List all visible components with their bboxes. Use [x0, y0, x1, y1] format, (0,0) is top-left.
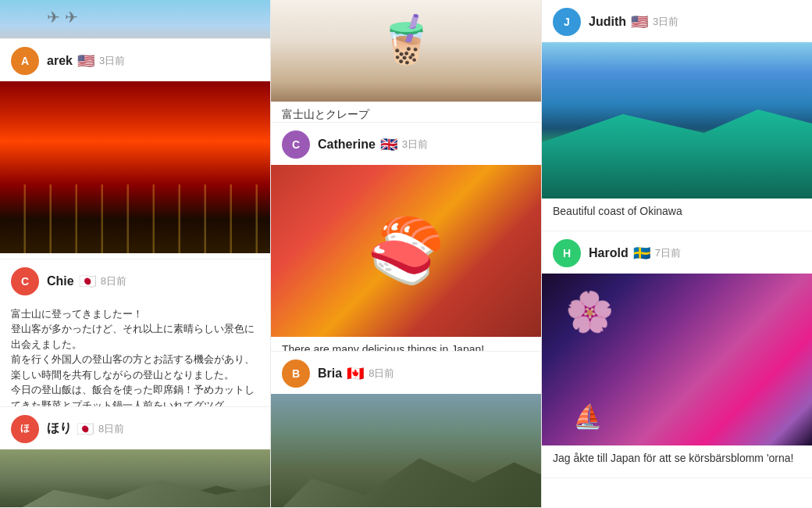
right-column: J Judith 🇺🇸 3日前 Beautiful coast of Okina… [542, 0, 812, 508]
username-judith: Judith [589, 15, 626, 29]
time-chie: 8日前 [101, 274, 126, 288]
avatar-judith: J [553, 8, 581, 36]
user-info-arek: arek 🇺🇸 3日前 [47, 52, 259, 70]
username-hori: ほり [47, 420, 72, 437]
card-bria: B Bria 🇨🇦 8日前 [271, 352, 541, 508]
time-arek: 3日前 [99, 54, 125, 68]
flag-bria: 🇨🇦 [347, 365, 364, 382]
avatar-arek: A [11, 47, 39, 75]
title-bubbletea: 富士山とクレープ [271, 102, 541, 123]
sakura-image [542, 274, 812, 445]
avatar-harold: H [553, 239, 581, 267]
okinawa-image [542, 42, 812, 199]
user-row-catherine: C Catherine 🇬🇧 3日前 [271, 123, 541, 165]
card-arek: A arek 🇺🇸 3日前 Kyoto was wonderfully beau… [0, 39, 270, 259]
user-info-judith: Judith 🇺🇸 3日前 [589, 13, 801, 30]
username-arek: arek [47, 54, 73, 68]
sashimi-image [271, 165, 541, 337]
text-arek: Kyoto was wonderfully beautiful!! [0, 253, 270, 259]
user-row-harold: H Harold 🇸🇪 7日前 [542, 231, 812, 274]
username-chie: Chie [47, 274, 74, 288]
flag-arek: 🇺🇸 [77, 52, 94, 70]
card-harold: H Harold 🇸🇪 7日前 Jag åkte till Japan för … [542, 231, 812, 478]
user-info-chie: Chie 🇯🇵 8日前 [47, 273, 259, 290]
planes-image [0, 0, 270, 39]
user-row-chie: C Chie 🇯🇵 8日前 [0, 259, 270, 302]
flag-harold: 🇸🇪 [633, 245, 650, 262]
avatar-catherine: C [282, 131, 310, 159]
user-row-hori: ほ ほり 🇯🇵 8日前 [0, 407, 270, 449]
user-info-catherine: Catherine 🇬🇧 3日前 [318, 136, 530, 153]
user-info-harold: Harold 🇸🇪 7日前 [589, 245, 801, 262]
card-planes [0, 0, 270, 39]
username-bria: Bria [318, 367, 342, 381]
flag-chie: 🇯🇵 [79, 273, 96, 290]
time-catherine: 3日前 [402, 138, 428, 152]
avatar-chie: C [11, 267, 39, 295]
text-harold: Jag åkte till Japan för att se körsbärsb… [542, 445, 812, 478]
mountain-image-hori [0, 449, 270, 508]
bubbletea-image [271, 0, 541, 102]
flag-hori: 🇯🇵 [77, 420, 94, 438]
card-bubbletea: 富士山とクレープ [271, 0, 541, 123]
username-harold: Harold [589, 246, 629, 260]
flag-catherine: 🇬🇧 [380, 136, 397, 153]
avatar-hori: ほ [11, 415, 39, 443]
card-hori: ほ ほり 🇯🇵 8日前 [0, 407, 270, 508]
user-row-arek: A arek 🇺🇸 3日前 [0, 39, 270, 81]
left-column: A arek 🇺🇸 3日前 Kyoto was wonderfully beau… [0, 0, 271, 508]
text-chie: 富士山に登ってきましたー！登山客が多かったけど、それ以上に素晴らしい景色に出会え… [0, 302, 270, 407]
user-info-bria: Bria 🇨🇦 8日前 [318, 365, 530, 382]
user-row-judith: J Judith 🇺🇸 3日前 [542, 0, 812, 42]
username-catherine: Catherine [318, 138, 376, 152]
time-hori: 8日前 [98, 422, 124, 436]
time-harold: 7日前 [655, 246, 681, 260]
text-catherine: There are many delicious things in Japan… [271, 337, 541, 352]
mountain-image-bria [271, 394, 541, 508]
user-row-bria: B Bria 🇨🇦 8日前 [271, 352, 541, 394]
flag-judith: 🇺🇸 [631, 13, 648, 30]
card-catherine: C Catherine 🇬🇧 3日前 There are many delici… [271, 123, 541, 352]
avatar-bria: B [282, 360, 310, 388]
time-judith: 3日前 [653, 15, 678, 29]
user-info-hori: ほり 🇯🇵 8日前 [47, 420, 259, 438]
card-judith: J Judith 🇺🇸 3日前 Beautiful coast of Okina… [542, 0, 812, 231]
kyoto-image [0, 81, 270, 253]
time-bria: 8日前 [369, 367, 394, 381]
text-judith: Beautiful coast of Okinawa [542, 199, 812, 231]
card-chie: C Chie 🇯🇵 8日前 富士山に登ってきましたー！登山客が多かったけど、それ… [0, 259, 270, 407]
middle-column: 富士山とクレープ C Catherine 🇬🇧 3日前 There are ma… [271, 0, 542, 508]
